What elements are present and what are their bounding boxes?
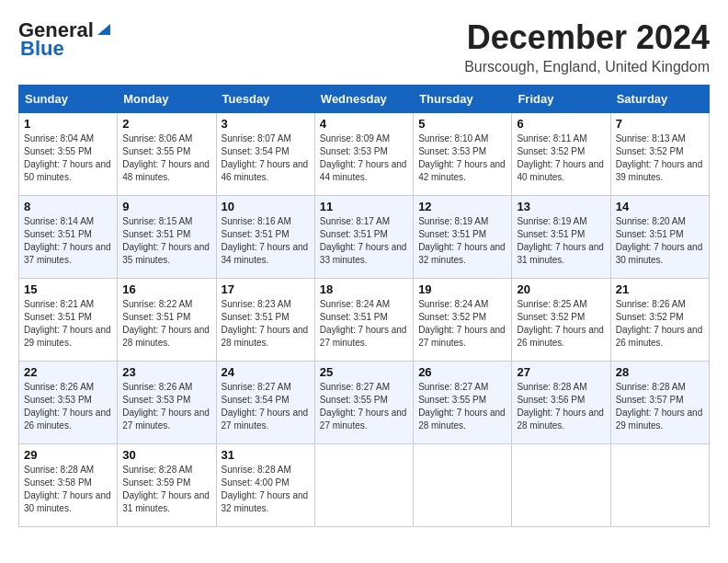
col-saturday: Saturday	[610, 86, 709, 113]
day-number: 19	[418, 282, 506, 296]
day-info: Sunrise: 8:26 AMSunset: 3:52 PMDaylight:…	[616, 298, 704, 350]
day-number: 4	[320, 117, 408, 131]
day-number: 25	[320, 365, 408, 379]
day-number: 1	[24, 117, 112, 131]
day-number: 27	[517, 365, 605, 379]
table-row: 6Sunrise: 8:11 AMSunset: 3:52 PMDaylight…	[512, 113, 610, 196]
day-number: 13	[517, 200, 605, 213]
day-info: Sunrise: 8:09 AMSunset: 3:53 PMDaylight:…	[320, 132, 408, 184]
day-info: Sunrise: 8:21 AMSunset: 3:51 PMDaylight:…	[24, 298, 112, 350]
col-thursday: Thursday	[414, 86, 512, 113]
day-info: Sunrise: 8:28 AMSunset: 3:59 PMDaylight:…	[122, 464, 210, 515]
day-number: 10	[222, 200, 310, 213]
week-row: 1Sunrise: 8:04 AMSunset: 3:55 PMDaylight…	[19, 113, 710, 196]
day-info: Sunrise: 8:26 AMSunset: 3:53 PMDaylight:…	[122, 381, 210, 432]
day-info: Sunrise: 8:23 AMSunset: 3:51 PMDaylight:…	[222, 298, 310, 350]
logo-blue: Blue	[20, 37, 64, 61]
table-row: 13Sunrise: 8:19 AMSunset: 3:51 PMDayligh…	[512, 196, 610, 279]
day-number: 31	[222, 448, 310, 462]
day-number: 2	[122, 117, 210, 131]
week-row: 8Sunrise: 8:14 AMSunset: 3:51 PMDaylight…	[19, 196, 710, 279]
logo-icon	[96, 20, 112, 37]
calendar-header-row: Sunday Monday Tuesday Wednesday Thursday…	[19, 86, 710, 113]
day-number: 22	[24, 365, 112, 379]
table-row: 4Sunrise: 8:09 AMSunset: 3:53 PMDaylight…	[314, 113, 413, 196]
day-number: 3	[222, 117, 310, 131]
table-row: 17Sunrise: 8:23 AMSunset: 3:51 PMDayligh…	[216, 279, 314, 362]
table-row: 18Sunrise: 8:24 AMSunset: 3:51 PMDayligh…	[314, 279, 413, 362]
day-info: Sunrise: 8:17 AMSunset: 3:51 PMDaylight:…	[320, 215, 408, 267]
svg-marker-0	[97, 24, 110, 35]
table-row: 9Sunrise: 8:15 AMSunset: 3:51 PMDaylight…	[118, 196, 216, 279]
day-info: Sunrise: 8:04 AMSunset: 3:55 PMDaylight:…	[24, 132, 112, 184]
day-number: 24	[222, 365, 310, 379]
table-row: 10Sunrise: 8:16 AMSunset: 3:51 PMDayligh…	[216, 196, 314, 279]
week-row: 15Sunrise: 8:21 AMSunset: 3:51 PMDayligh…	[19, 279, 710, 362]
day-info: Sunrise: 8:19 AMSunset: 3:51 PMDaylight:…	[517, 215, 605, 267]
table-row: 26Sunrise: 8:27 AMSunset: 3:55 PMDayligh…	[414, 362, 512, 444]
day-number: 9	[122, 200, 210, 213]
table-row	[314, 444, 413, 527]
day-info: Sunrise: 8:14 AMSunset: 3:51 PMDaylight:…	[24, 215, 112, 267]
table-row: 30Sunrise: 8:28 AMSunset: 3:59 PMDayligh…	[118, 444, 216, 527]
col-wednesday: Wednesday	[314, 86, 413, 113]
table-row: 23Sunrise: 8:26 AMSunset: 3:53 PMDayligh…	[118, 362, 216, 444]
day-info: Sunrise: 8:11 AMSunset: 3:52 PMDaylight:…	[517, 132, 605, 184]
calendar-table: Sunday Monday Tuesday Wednesday Thursday…	[18, 85, 710, 527]
day-number: 21	[616, 282, 704, 296]
table-row: 8Sunrise: 8:14 AMSunset: 3:51 PMDaylight…	[19, 196, 118, 279]
day-info: Sunrise: 8:06 AMSunset: 3:55 PMDaylight:…	[122, 132, 210, 184]
week-row: 29Sunrise: 8:28 AMSunset: 3:58 PMDayligh…	[19, 444, 710, 527]
title-area: December 2024 Burscough, England, United…	[464, 18, 710, 75]
table-row: 31Sunrise: 8:28 AMSunset: 4:00 PMDayligh…	[216, 444, 314, 527]
table-row: 16Sunrise: 8:22 AMSunset: 3:51 PMDayligh…	[118, 279, 216, 362]
table-row: 3Sunrise: 8:07 AMSunset: 3:54 PMDaylight…	[216, 113, 314, 196]
day-info: Sunrise: 8:27 AMSunset: 3:54 PMDaylight:…	[222, 381, 310, 432]
day-number: 29	[24, 448, 112, 462]
day-number: 16	[122, 282, 210, 296]
day-info: Sunrise: 8:27 AMSunset: 3:55 PMDaylight:…	[418, 381, 506, 432]
day-number: 23	[122, 365, 210, 379]
day-info: Sunrise: 8:15 AMSunset: 3:51 PMDaylight:…	[122, 215, 210, 267]
table-row: 24Sunrise: 8:27 AMSunset: 3:54 PMDayligh…	[216, 362, 314, 444]
col-monday: Monday	[118, 86, 216, 113]
day-number: 26	[418, 365, 506, 379]
col-friday: Friday	[512, 86, 610, 113]
day-number: 11	[320, 200, 408, 213]
week-row: 22Sunrise: 8:26 AMSunset: 3:53 PMDayligh…	[19, 362, 710, 444]
table-row: 20Sunrise: 8:25 AMSunset: 3:52 PMDayligh…	[512, 279, 610, 362]
table-row	[512, 444, 610, 527]
day-number: 5	[418, 117, 506, 131]
table-row: 5Sunrise: 8:10 AMSunset: 3:53 PMDaylight…	[414, 113, 512, 196]
table-row: 28Sunrise: 8:28 AMSunset: 3:57 PMDayligh…	[610, 362, 709, 444]
table-row: 29Sunrise: 8:28 AMSunset: 3:58 PMDayligh…	[19, 444, 118, 527]
day-number: 17	[222, 282, 310, 296]
day-info: Sunrise: 8:28 AMSunset: 3:57 PMDaylight:…	[616, 381, 704, 432]
day-number: 8	[24, 200, 112, 213]
col-sunday: Sunday	[19, 86, 118, 113]
logo: General Blue	[18, 18, 112, 61]
day-number: 28	[616, 365, 704, 379]
table-row: 1Sunrise: 8:04 AMSunset: 3:55 PMDaylight…	[19, 113, 118, 196]
day-info: Sunrise: 8:28 AMSunset: 4:00 PMDaylight:…	[222, 464, 310, 515]
day-info: Sunrise: 8:28 AMSunset: 3:56 PMDaylight:…	[517, 381, 605, 432]
location-title: Burscough, England, United Kingdom	[464, 59, 710, 75]
table-row: 15Sunrise: 8:21 AMSunset: 3:51 PMDayligh…	[19, 279, 118, 362]
table-row: 25Sunrise: 8:27 AMSunset: 3:55 PMDayligh…	[314, 362, 413, 444]
col-tuesday: Tuesday	[216, 86, 314, 113]
table-row	[414, 444, 512, 527]
day-number: 12	[418, 200, 506, 213]
day-number: 20	[517, 282, 605, 296]
table-row	[610, 444, 709, 527]
day-number: 18	[320, 282, 408, 296]
day-info: Sunrise: 8:19 AMSunset: 3:51 PMDaylight:…	[418, 215, 506, 267]
day-number: 6	[517, 117, 605, 131]
table-row: 27Sunrise: 8:28 AMSunset: 3:56 PMDayligh…	[512, 362, 610, 444]
day-info: Sunrise: 8:25 AMSunset: 3:52 PMDaylight:…	[517, 298, 605, 350]
day-info: Sunrise: 8:28 AMSunset: 3:58 PMDaylight:…	[24, 464, 112, 515]
day-info: Sunrise: 8:13 AMSunset: 3:52 PMDaylight:…	[616, 132, 704, 184]
day-info: Sunrise: 8:27 AMSunset: 3:55 PMDaylight:…	[320, 381, 408, 432]
day-info: Sunrise: 8:07 AMSunset: 3:54 PMDaylight:…	[222, 132, 310, 184]
day-number: 30	[122, 448, 210, 462]
day-number: 7	[616, 117, 704, 131]
